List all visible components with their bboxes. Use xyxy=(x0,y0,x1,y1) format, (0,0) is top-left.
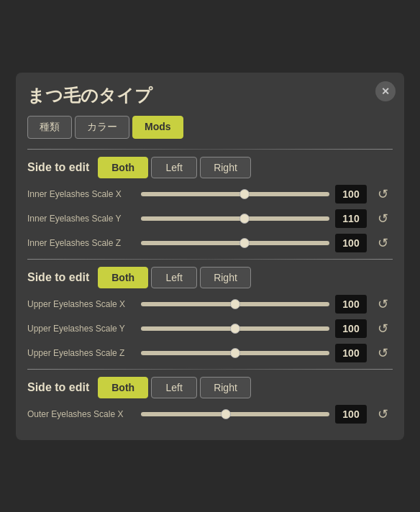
slider-track-upper-x[interactable] xyxy=(141,302,329,306)
divider-mid1 xyxy=(27,259,393,260)
slider-track-inner-x[interactable] xyxy=(141,192,329,196)
slider-track-upper-z[interactable] xyxy=(141,351,329,355)
value-upper-y: 100 xyxy=(335,319,367,338)
slider-thumb-inner-z[interactable] xyxy=(239,238,250,248)
side-btn-upper-left[interactable]: Left xyxy=(151,267,197,288)
divider-mid2 xyxy=(27,369,393,370)
side-to-edit-inner: Side to edit Both Left Right xyxy=(27,157,393,178)
slider-label-upper-y: Upper Eyelashes Scale Y xyxy=(27,324,135,334)
slider-label-upper-z: Upper Eyelashes Scale Z xyxy=(27,348,135,358)
side-btn-outer-right[interactable]: Right xyxy=(200,377,251,398)
slider-thumb-inner-y[interactable] xyxy=(239,214,250,224)
slider-track-upper-y[interactable] xyxy=(141,326,329,331)
side-btn-outer-left[interactable]: Left xyxy=(151,377,197,398)
slider-label-inner-x: Inner Eyelashes Scale X xyxy=(27,189,135,199)
reset-btn-upper-y[interactable]: ↺ xyxy=(373,319,393,339)
value-inner-x: 100 xyxy=(335,185,367,204)
side-to-edit-upper: Side to edit Both Left Right xyxy=(27,267,393,288)
slider-label-upper-x: Upper Eyelashes Scale X xyxy=(27,299,135,309)
side-btn-inner-right[interactable]: Right xyxy=(200,157,251,178)
value-inner-z: 100 xyxy=(335,234,367,252)
close-button[interactable]: ✕ xyxy=(375,81,396,101)
side-label-upper: Side to edit xyxy=(27,271,89,284)
reset-btn-inner-x[interactable]: ↺ xyxy=(373,184,393,204)
slider-row-inner-y: Inner Eyelashes Scale Y 110 ↺ xyxy=(27,209,393,229)
reset-btn-upper-z[interactable]: ↺ xyxy=(373,343,393,363)
slider-thumb-upper-z[interactable] xyxy=(230,348,240,358)
slider-row-outer-x: Outer Eyelashes Scale X 100 ↺ xyxy=(27,404,393,424)
tab-category[interactable]: 種類 xyxy=(27,116,72,139)
section-upper: Side to edit Both Left Right Upper Eyela… xyxy=(27,267,393,363)
side-btn-outer-both[interactable]: Both xyxy=(98,377,148,398)
value-outer-x: 100 xyxy=(335,405,367,424)
side-btn-upper-right[interactable]: Right xyxy=(200,267,251,288)
side-label-inner: Side to edit xyxy=(27,161,89,174)
side-btn-upper-both[interactable]: Both xyxy=(98,267,148,288)
side-label-outer: Side to edit xyxy=(27,381,89,394)
value-upper-z: 100 xyxy=(335,344,367,362)
slider-track-outer-x[interactable] xyxy=(141,412,329,416)
section-inner: Side to edit Both Left Right Inner Eyela… xyxy=(27,157,393,253)
slider-thumb-inner-x[interactable] xyxy=(239,189,250,199)
tab-color[interactable]: カラー xyxy=(75,116,129,139)
slider-row-upper-z: Upper Eyelashes Scale Z 100 ↺ xyxy=(27,343,393,363)
slider-label-inner-y: Inner Eyelashes Scale Y xyxy=(27,214,135,224)
slider-row-inner-x: Inner Eyelashes Scale X 100 ↺ xyxy=(27,184,393,204)
slider-label-inner-z: Inner Eyelashes Scale Z xyxy=(27,238,135,248)
slider-row-inner-z: Inner Eyelashes Scale Z 100 ↺ xyxy=(27,233,393,253)
value-upper-x: 100 xyxy=(335,295,367,314)
panel-title: まつ毛のタイプ xyxy=(27,84,393,107)
reset-btn-inner-z[interactable]: ↺ xyxy=(373,233,393,253)
value-inner-y: 110 xyxy=(335,209,367,228)
tab-mods[interactable]: Mods xyxy=(132,116,183,139)
slider-row-upper-y: Upper Eyelashes Scale Y 100 ↺ xyxy=(27,319,393,339)
section-outer: Side to edit Both Left Right Outer Eyela… xyxy=(27,377,393,424)
divider-top xyxy=(27,149,393,150)
reset-btn-outer-x[interactable]: ↺ xyxy=(373,404,393,424)
slider-thumb-outer-x[interactable] xyxy=(221,409,231,419)
reset-btn-inner-y[interactable]: ↺ xyxy=(373,209,393,229)
side-btn-inner-left[interactable]: Left xyxy=(151,157,197,178)
side-to-edit-outer: Side to edit Both Left Right xyxy=(27,377,393,398)
tab-bar: 種類 カラー Mods xyxy=(27,116,393,139)
slider-label-outer-x: Outer Eyelashes Scale X xyxy=(27,409,135,419)
slider-thumb-upper-y[interactable] xyxy=(230,324,240,334)
slider-thumb-upper-x[interactable] xyxy=(230,299,240,309)
slider-track-inner-y[interactable] xyxy=(141,216,329,221)
slider-row-upper-x: Upper Eyelashes Scale X 100 ↺ xyxy=(27,294,393,314)
side-btn-inner-both[interactable]: Both xyxy=(98,157,148,178)
main-panel: まつ毛のタイプ ✕ 種類 カラー Mods Side to edit Both … xyxy=(16,73,404,440)
reset-btn-upper-x[interactable]: ↺ xyxy=(373,294,393,314)
slider-track-inner-z[interactable] xyxy=(141,241,329,245)
